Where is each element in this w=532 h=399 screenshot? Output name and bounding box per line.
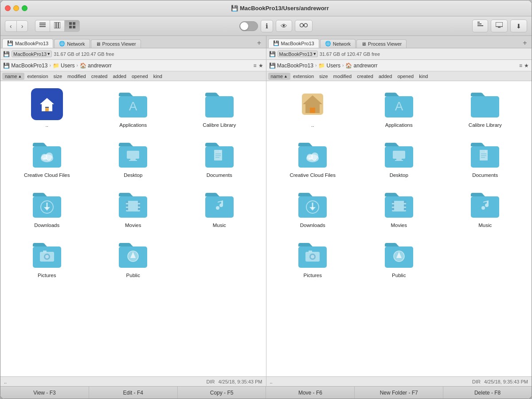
right-file-public[interactable]: Public <box>357 236 441 282</box>
minimize-button[interactable] <box>13 5 19 11</box>
preview-button[interactable]: 👁 <box>276 20 292 32</box>
left-breadcrumb-macbook[interactable]: 💾 MacBookPro13 <box>3 63 47 69</box>
right-tab-add-button[interactable]: + <box>520 38 530 48</box>
right-file-pane[interactable]: .. A Applications <box>266 81 532 376</box>
f5-copy-button[interactable]: Copy - F5 <box>178 387 266 399</box>
right-col-kind[interactable]: kind <box>416 73 430 80</box>
left-breadcrumb-users[interactable]: 📁 Users <box>53 63 75 69</box>
left-file-music[interactable]: Music <box>177 186 262 231</box>
right-tab-process-icon: 🖥 <box>361 41 366 47</box>
left-list-view-icon[interactable]: ≡ <box>253 63 256 69</box>
right-file-downloads[interactable]: Downloads <box>271 186 355 231</box>
binoculars-button[interactable] <box>295 20 313 32</box>
forward-button[interactable]: › <box>16 20 28 32</box>
right-column-headers: name ▲ extension size modified created a… <box>266 71 532 81</box>
right-file-music[interactable]: Music <box>443 186 528 231</box>
left-file-pane[interactable]: .. A Applications <box>0 81 266 376</box>
list-view-button[interactable] <box>35 20 50 32</box>
right-file-applications[interactable]: A Applications <box>357 86 441 131</box>
right-tab-network-label: Network <box>333 41 351 47</box>
left-file-documents[interactable]: Documents <box>177 136 262 181</box>
right-breadcrumb-user[interactable]: 🏠 andreworr <box>345 63 377 69</box>
download-button[interactable]: ⬇ <box>510 20 527 32</box>
left-disk-icon: 💾 <box>3 51 10 57</box>
left-col-name[interactable]: name ▲ <box>2 73 24 80</box>
traffic-lights <box>5 5 27 11</box>
left-tab-network-icon: 🌐 <box>59 41 65 47</box>
left-file-movies[interactable]: Movies <box>91 186 176 231</box>
left-tab-add-button[interactable]: + <box>254 38 264 48</box>
left-tab-macbook[interactable]: 💾 MacBookPro13 <box>2 39 53 48</box>
left-file-creative-cloud[interactable]: Creative Cloud Files <box>5 136 89 181</box>
f7-newfolder-button[interactable]: New Folder - F7 <box>355 387 443 399</box>
right-status-path: .. <box>270 379 469 384</box>
svg-rect-98 <box>309 250 312 252</box>
right-col-extension[interactable]: extension <box>290 73 317 80</box>
svg-rect-86 <box>392 201 394 203</box>
left-col-size[interactable]: size <box>51 73 65 80</box>
f3-label: View - F3 <box>33 390 55 396</box>
left-file-home[interactable]: .. <box>5 86 89 131</box>
left-col-extension[interactable]: extension <box>24 73 51 80</box>
right-breadcrumb-users[interactable]: 📁 Users <box>318 63 340 69</box>
sort-button[interactable] <box>472 20 488 32</box>
left-file-desktop[interactable]: Desktop <box>91 136 176 181</box>
right-cloud-svg <box>297 138 329 170</box>
left-file-applications[interactable]: A Applications <box>91 86 176 131</box>
f4-edit-button[interactable]: Edit - F4 <box>89 387 178 399</box>
left-tab-process[interactable]: 🖥 Process Viewer <box>91 39 141 48</box>
left-home-label: .. <box>46 122 48 129</box>
left-col-created[interactable]: created <box>89 73 110 80</box>
f8-delete-button[interactable]: Delete - F8 <box>443 387 532 399</box>
left-file-public[interactable]: Public <box>91 236 176 282</box>
close-button[interactable] <box>5 5 11 11</box>
right-tab-process-label: Process Viewer <box>368 41 402 47</box>
info-button[interactable]: ℹ <box>261 20 273 32</box>
left-drive-select[interactable]: MacBookPro13 ▾ <box>12 51 52 57</box>
back-button[interactable]: ‹ <box>5 20 16 32</box>
toggle-switch[interactable] <box>239 21 258 31</box>
function-keys-bar: View - F3 Edit - F4 Copy - F5 Move - F6 … <box>0 386 532 399</box>
f6-move-button[interactable]: Move - F6 <box>266 387 355 399</box>
left-col-modified[interactable]: modified <box>65 73 89 80</box>
right-favorite-icon[interactable]: ★ <box>524 63 529 69</box>
right-tab-network[interactable]: 🌐 Network <box>320 39 356 48</box>
right-col-created[interactable]: created <box>354 73 376 80</box>
f3-view-button[interactable]: View - F3 <box>0 387 89 399</box>
right-col-opened[interactable]: opened <box>395 73 416 80</box>
fullscreen-button[interactable] <box>22 5 27 11</box>
right-tab-macbook[interactable]: 💾 MacBookPro13 <box>268 39 319 48</box>
left-col-kind[interactable]: kind <box>151 73 165 80</box>
right-col-name[interactable]: name ▲ <box>268 73 290 80</box>
right-file-creative-cloud[interactable]: Creative Cloud Files <box>271 136 355 181</box>
right-breadcrumb-macbook[interactable]: 💾 MacBookPro13 <box>269 63 313 69</box>
right-drive-select[interactable]: MacBookPro13 ▾ <box>278 51 318 57</box>
left-favorite-icon[interactable]: ★ <box>258 63 263 69</box>
right-tab-process[interactable]: 🖥 Process Viewer <box>356 39 407 48</box>
right-col-size[interactable]: size <box>317 73 331 80</box>
right-col-modified[interactable]: modified <box>331 73 355 80</box>
right-file-desktop[interactable]: Desktop <box>357 136 441 181</box>
right-file-movies[interactable]: Movies <box>357 186 441 231</box>
right-col-added[interactable]: added <box>376 73 395 80</box>
right-file-home[interactable]: .. <box>271 86 355 131</box>
right-file-documents[interactable]: Documents <box>443 136 528 181</box>
left-drive-arrow: ▾ <box>47 51 50 57</box>
right-file-pictures[interactable]: Pictures <box>271 236 355 282</box>
monitor-button[interactable] <box>491 20 508 32</box>
left-tab-network[interactable]: 🌐 Network <box>54 39 90 48</box>
column-view-button[interactable] <box>50 20 65 32</box>
right-documents-label: Documents <box>472 172 498 179</box>
left-calibre-label: Calibre Library <box>203 122 236 129</box>
left-file-pictures[interactable]: Pictures <box>5 236 89 282</box>
right-list-view-icon[interactable]: ≡ <box>519 63 522 69</box>
left-file-calibre[interactable]: Calibre Library <box>177 86 262 131</box>
left-file-downloads[interactable]: Downloads <box>5 186 89 231</box>
left-col-opened[interactable]: opened <box>129 73 151 80</box>
left-home-icon <box>31 88 63 120</box>
icon-view-button[interactable] <box>65 20 80 32</box>
svg-rect-5 <box>59 22 60 28</box>
left-breadcrumb-user[interactable]: 🏠 andreworr <box>80 63 112 69</box>
left-col-added[interactable]: added <box>110 73 129 80</box>
right-file-calibre[interactable]: Calibre Library <box>443 86 528 131</box>
